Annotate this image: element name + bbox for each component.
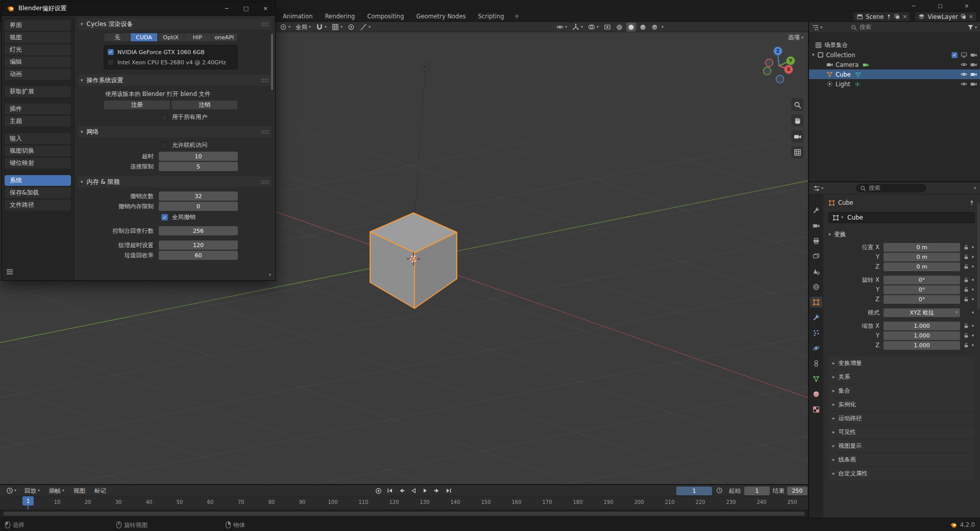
- animate-dot[interactable]: [972, 325, 974, 327]
- outliner-row-light[interactable]: Light: [809, 79, 980, 89]
- current-frame-field[interactable]: 1: [676, 487, 712, 495]
- properties-editor-type-dropdown[interactable]: ▾: [813, 185, 823, 192]
- workspace-tab-animation[interactable]: Animation: [277, 11, 319, 22]
- outliner-search[interactable]: 搜索: [851, 23, 965, 31]
- lock-icon[interactable]: [963, 244, 969, 250]
- workspace-tab-rendering[interactable]: Rendering: [319, 11, 361, 22]
- prop-tab-constraints[interactable]: [810, 358, 822, 369]
- prefs-menu-button[interactable]: [6, 269, 13, 276]
- transform-orientation-dropdown[interactable]: 全局▾: [294, 22, 312, 32]
- monitor-visibility-icon[interactable]: [961, 52, 967, 58]
- device-row-gpu[interactable]: ✓ NVIDIA GeForce GTX 1060 6GB: [105, 47, 236, 57]
- prop-tab-modifiers[interactable]: [810, 312, 822, 323]
- zoom-tool-button[interactable]: [791, 99, 803, 111]
- global-undo-checkbox-row[interactable]: ✓ 全局撤销: [161, 213, 275, 221]
- new-scene-icon[interactable]: [894, 14, 900, 19]
- xray-toggle[interactable]: [602, 22, 612, 32]
- field-scale-x[interactable]: 1.000: [884, 322, 960, 330]
- workspace-tab-geometry-nodes[interactable]: Geometry Nodes: [410, 11, 472, 22]
- section-network[interactable]: ▾ 网络: [78, 126, 272, 137]
- panel-grip-icon[interactable]: [261, 22, 269, 27]
- scroll-down-arrow-icon[interactable]: ▾: [268, 272, 271, 277]
- shading-wireframe-button[interactable]: [615, 22, 624, 32]
- animate-dot[interactable]: [972, 298, 974, 300]
- new-viewlayer-icon[interactable]: [961, 14, 966, 19]
- shading-solid-button[interactable]: [626, 22, 636, 32]
- nav-interface[interactable]: 界面: [5, 20, 71, 31]
- panel-viewport-display[interactable]: ▸视图显示: [828, 440, 975, 452]
- prefs-minimize-button[interactable]: ─: [217, 2, 236, 16]
- prefs-maximize-button[interactable]: □: [236, 2, 256, 16]
- play-button[interactable]: [421, 487, 430, 495]
- object-name-field[interactable]: ▾ Cube: [828, 212, 975, 223]
- timeline-editor-type-dropdown[interactable]: ▾: [3, 487, 19, 494]
- pin-icon[interactable]: [969, 200, 975, 206]
- move-view-button[interactable]: [791, 114, 803, 127]
- device-checkbox[interactable]: ✓: [108, 49, 114, 55]
- proportional-edit-toggle[interactable]: [346, 22, 356, 32]
- nav-navigation[interactable]: 视图切换: [5, 146, 71, 156]
- toggle-ortho-button[interactable]: [791, 146, 803, 158]
- section-os-settings[interactable]: ▾ 操作系统设置: [78, 75, 272, 86]
- device-tab-cuda[interactable]: CUDA: [131, 33, 157, 41]
- prop-tab-world[interactable]: [810, 281, 822, 292]
- lock-icon[interactable]: [963, 254, 969, 260]
- nav-themes[interactable]: 主题: [5, 116, 71, 127]
- object-visibility-dropdown[interactable]: ▾: [555, 22, 569, 32]
- allow-online-checkbox[interactable]: [161, 142, 168, 149]
- animate-dot[interactable]: [972, 246, 974, 248]
- render-visibility-camera-icon[interactable]: [970, 61, 977, 68]
- outliner-row-cube[interactable]: Cube: [809, 69, 980, 79]
- outliner-row-collection[interactable]: ▾ Collection ✓: [809, 50, 980, 60]
- start-frame-field[interactable]: 1: [744, 487, 770, 495]
- animate-dot[interactable]: [972, 344, 974, 346]
- animate-dot[interactable]: [972, 279, 974, 281]
- outliner-row-camera[interactable]: Camera: [809, 60, 980, 69]
- menu-view[interactable]: 视图: [69, 487, 89, 495]
- snapping-dropdown[interactable]: ▾: [314, 22, 328, 32]
- prop-tab-texture[interactable]: [810, 404, 822, 415]
- nav-addons[interactable]: 插件: [5, 104, 71, 114]
- device-tab-oneapi[interactable]: oneAPI: [211, 33, 237, 41]
- jump-next-keyframe-button[interactable]: [432, 487, 442, 495]
- panel-grip-icon[interactable]: [261, 130, 269, 134]
- prop-tab-tool[interactable]: [810, 205, 822, 215]
- panel-visibility[interactable]: ▸可见性: [828, 426, 975, 439]
- nav-keymap[interactable]: 键位映射: [5, 158, 71, 168]
- all-users-checkbox[interactable]: [161, 114, 168, 120]
- workspace-tab-compositing[interactable]: Compositing: [361, 11, 410, 22]
- animate-dot[interactable]: [972, 256, 974, 258]
- field-rotation-x[interactable]: 0°: [884, 276, 960, 284]
- animate-dot[interactable]: [972, 334, 974, 336]
- prop-tab-output[interactable]: [810, 235, 822, 246]
- menu-marker[interactable]: 标记: [90, 487, 110, 495]
- prefs-scrollbar[interactable]: [271, 34, 273, 90]
- jump-to-end-button[interactable]: [444, 487, 453, 495]
- prop-tab-render[interactable]: [810, 220, 822, 231]
- panel-custom-properties[interactable]: ▸自定义属性: [828, 467, 975, 480]
- prefs-close-button[interactable]: ×: [256, 2, 275, 16]
- unlink-scene-icon[interactable]: ×: [902, 13, 907, 20]
- gizmos-dropdown[interactable]: ▾: [571, 22, 584, 32]
- shading-rendered-button[interactable]: [650, 22, 659, 32]
- remove-viewlayer-icon[interactable]: ×: [969, 13, 973, 20]
- field-location-y[interactable]: 0 m: [884, 253, 960, 261]
- main-close-button[interactable]: ×: [953, 0, 980, 11]
- device-row-cpu[interactable]: Intel Xeon CPU E5-2680 v4 @ 2.40GHz: [105, 57, 236, 67]
- properties-scrollbar[interactable]: [977, 203, 979, 310]
- nav-save-load[interactable]: 保存&加载: [5, 187, 71, 198]
- nav-system[interactable]: 系统: [5, 175, 71, 186]
- hide-eye-icon[interactable]: [961, 61, 967, 68]
- nav-file-paths[interactable]: 文件路径: [5, 200, 71, 210]
- viewport-options-dropdown[interactable]: 选项▾: [788, 34, 803, 41]
- panel-grip-icon[interactable]: [261, 180, 269, 184]
- field-rotation-mode[interactable]: XYZ 欧拉▾: [884, 308, 960, 317]
- render-visibility-camera-icon[interactable]: [970, 81, 977, 87]
- menu-playback[interactable]: 回放▾: [20, 487, 44, 495]
- section-cycles-render-devices[interactable]: ▾ Cycles 渲染设备: [78, 18, 272, 30]
- panel-collections[interactable]: ▸集合: [828, 384, 975, 397]
- prop-tab-scene[interactable]: [810, 266, 822, 277]
- nav-viewport[interactable]: 视图: [5, 32, 71, 43]
- field-location-z[interactable]: 0 m: [884, 262, 960, 271]
- expand-arrow-icon[interactable]: ▾: [812, 53, 815, 57]
